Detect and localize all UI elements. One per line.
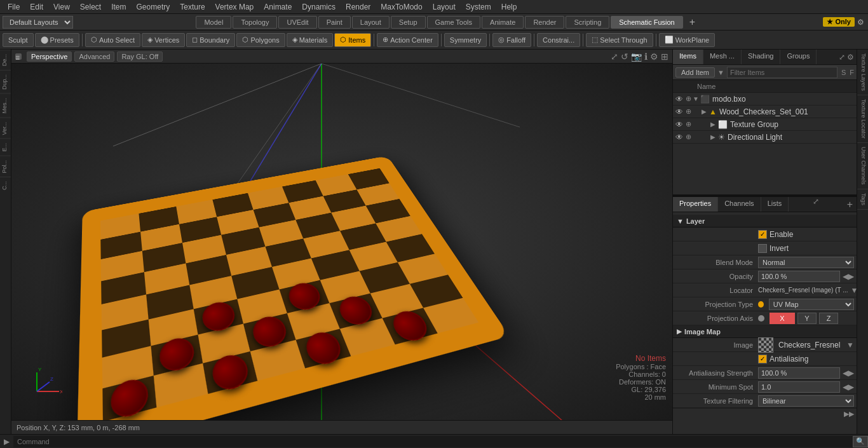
menu-render[interactable]: Render	[341, 1, 376, 13]
menu-maxtomodo[interactable]: MaxToModo	[376, 1, 427, 13]
left-tab-c[interactable]: C...	[0, 177, 11, 194]
viewport-rotate-icon[interactable]: ↺	[621, 51, 628, 62]
constraints-button[interactable]: Constrai...	[537, 33, 580, 47]
menu-view[interactable]: View	[48, 1, 75, 13]
prop-add-button[interactable]: +	[843, 197, 857, 212]
viewport-camera-icon[interactable]: 📷	[631, 51, 642, 62]
prop-tab-channels[interactable]: Channels	[718, 197, 761, 212]
viewport-expand-icon[interactable]: ⊞	[661, 51, 668, 62]
filter-items-input[interactable]	[727, 67, 837, 78]
command-arrow-icon[interactable]: ▶	[0, 437, 13, 446]
rp-tab-shading[interactable]: Shading	[742, 50, 780, 64]
menu-edit[interactable]: Edit	[25, 1, 48, 13]
items-button[interactable]: ⬡ Items	[334, 33, 371, 47]
tab-layout[interactable]: Layout	[352, 16, 390, 29]
image-map-expand-icon[interactable]: ▶	[677, 328, 682, 335]
tab-schematic-fusion[interactable]: Schematic Fusion	[611, 16, 682, 29]
locator-dropdown-icon[interactable]: ▼	[851, 286, 857, 295]
right-tab-texture-locator[interactable]: Texture Locator	[857, 95, 868, 143]
menu-vertexmap[interactable]: Vertex Map	[210, 1, 259, 13]
menu-animate[interactable]: Animate	[259, 1, 297, 13]
expand-icon-2[interactable]: ▶	[702, 108, 709, 115]
right-tab-texture-layers[interactable]: Texture Layers	[857, 50, 868, 95]
min-spot-scrub-icon[interactable]: ◀▶	[843, 383, 854, 391]
dropdown-arrow-icon[interactable]: ▼	[717, 69, 724, 76]
filter-s-btn[interactable]: S	[841, 69, 846, 76]
menu-system[interactable]: System	[461, 1, 496, 13]
axis-y-input[interactable]	[797, 313, 817, 324]
antialiasing-checkbox[interactable]	[758, 355, 767, 363]
only-badge[interactable]: ★ Only	[823, 17, 855, 27]
raygl-button[interactable]: Ray GL: Off	[117, 51, 163, 62]
tab-paint[interactable]: Paint	[318, 16, 351, 29]
image-dropdown-icon[interactable]: ▼	[846, 341, 854, 350]
command-search-button[interactable]: 🔍	[853, 436, 868, 447]
opacity-scrub-icon[interactable]: ◀▶	[843, 272, 854, 281]
more-props-btn[interactable]: ▶▶	[673, 408, 857, 419]
menu-geometry[interactable]: Geometry	[132, 1, 175, 13]
opacity-input[interactable]	[758, 271, 840, 282]
materials-button[interactable]: ◈ Materials	[287, 33, 334, 47]
tree-item-wood-checkers[interactable]: 👁 ⊕ ▶ ▲ Wood_Checkers_Set_001	[673, 105, 857, 118]
advanced-button[interactable]: Advanced	[74, 51, 114, 62]
add-icon-1[interactable]: ⊕	[686, 95, 691, 103]
right-tab-user-channels[interactable]: User Channels	[857, 143, 868, 189]
menu-file[interactable]: File	[3, 1, 25, 13]
invert-checkbox[interactable]	[758, 244, 767, 253]
perspective-button[interactable]: Perspective	[27, 51, 72, 62]
left-tab-e[interactable]: E...	[0, 139, 11, 156]
left-tab-mes[interactable]: Mes...	[0, 93, 11, 118]
blend-mode-select[interactable]: Normal	[758, 257, 854, 268]
presets-button[interactable]: ⬤ Presets	[35, 33, 79, 47]
layout-dropdown[interactable]: Default Layouts	[3, 16, 73, 29]
enable-checkbox[interactable]	[758, 230, 767, 239]
rp-settings-icon[interactable]: ⚙	[847, 53, 854, 62]
add-icon-4[interactable]: ⊕	[686, 133, 691, 141]
tab-render[interactable]: Render	[525, 16, 564, 29]
add-layout-button[interactable]: +	[684, 17, 700, 28]
axis-z-input[interactable]	[819, 313, 838, 324]
visibility-icon-3[interactable]: 👁	[675, 120, 683, 129]
tab-setup[interactable]: Setup	[391, 16, 426, 29]
prop-tab-properties[interactable]: Properties	[673, 197, 718, 212]
right-tab-tags[interactable]: Tags	[857, 189, 868, 210]
tab-gametools[interactable]: Game Tools	[427, 16, 481, 29]
expand-icon-4[interactable]: ▶	[710, 133, 718, 140]
tab-uvedit[interactable]: UVEdit	[278, 16, 316, 29]
tree-item-modo-bxo[interactable]: 👁 ⊕ ▼ ⬛ modo.bxo	[673, 93, 857, 105]
menu-help[interactable]: Help	[496, 1, 522, 13]
aa-strength-input[interactable]	[758, 367, 840, 379]
visibility-icon-2[interactable]: 👁	[675, 107, 683, 116]
tab-model[interactable]: Model	[196, 16, 231, 29]
boundary-button[interactable]: ◻ Boundary	[186, 33, 235, 47]
add-icon-2[interactable]: ⊕	[686, 107, 691, 116]
rp-tab-items[interactable]: Items	[673, 50, 703, 64]
menu-layout[interactable]: Layout	[428, 1, 461, 13]
filter-f-btn[interactable]: F	[850, 69, 854, 76]
add-icon-3[interactable]: ⊕	[686, 120, 691, 128]
tab-topology[interactable]: Topology	[233, 16, 277, 29]
menu-select[interactable]: Select	[75, 1, 106, 13]
viewport-canvas[interactable]: No Items Polygons : Face Channels: 0 Def…	[11, 64, 672, 420]
falloff-button[interactable]: ◎ Falloff	[492, 33, 531, 47]
section-expand-icon[interactable]: ▼	[677, 217, 684, 225]
projection-type-select[interactable]: UV Map	[769, 299, 854, 310]
viewport-fit-icon[interactable]: ⤢	[611, 51, 618, 62]
min-spot-input[interactable]	[758, 381, 840, 393]
symmetry-button[interactable]: Symmetry	[444, 33, 487, 47]
rp-tab-mesh[interactable]: Mesh ...	[703, 50, 742, 64]
vertices-button[interactable]: ◈ Vertices	[142, 33, 185, 47]
menu-texture[interactable]: Texture	[175, 1, 210, 13]
select-through-button[interactable]: ⬚ Select Through	[586, 33, 653, 47]
expand-icon-3[interactable]: ▶	[710, 121, 718, 128]
sculpt-button[interactable]: Sculpt	[3, 33, 34, 47]
tab-scripting[interactable]: Scripting	[566, 16, 609, 29]
rp-tab-groups[interactable]: Groups	[780, 50, 817, 64]
workplane-button[interactable]: ⬜ WorkPlane	[659, 33, 715, 47]
prop-tab-lists[interactable]: Lists	[761, 197, 789, 212]
items-tree[interactable]: 👁 ⊕ ▼ ⬛ modo.bxo 👁 ⊕ ▶ ▲ Wood_Checkers_S…	[673, 93, 857, 194]
settings-icon[interactable]: ⚙	[857, 18, 864, 27]
aa-strength-scrub-icon[interactable]: ◀▶	[843, 369, 854, 377]
tab-animate[interactable]: Animate	[482, 16, 524, 29]
prop-expand-btn[interactable]: ⤢	[810, 197, 822, 212]
